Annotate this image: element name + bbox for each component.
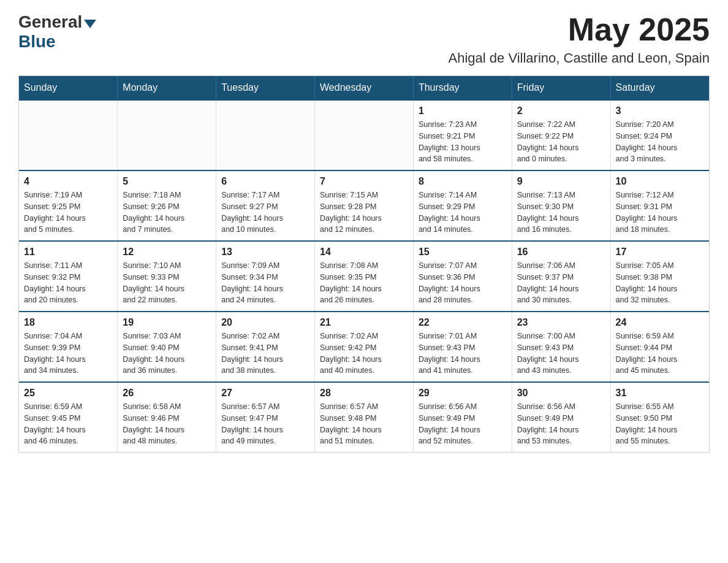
day-number: 13	[221, 247, 309, 258]
calendar-cell: 25Sunrise: 6:59 AM Sunset: 9:45 PM Dayli…	[19, 382, 118, 452]
day-number: 10	[616, 176, 704, 187]
calendar-cell: 15Sunrise: 7:07 AM Sunset: 9:36 PM Dayli…	[413, 241, 512, 312]
day-number: 14	[320, 247, 408, 258]
month-year-title: May 2025	[449, 12, 710, 47]
day-number: 9	[517, 176, 605, 187]
day-number: 17	[616, 247, 704, 258]
calendar-cell: 14Sunrise: 7:08 AM Sunset: 9:35 PM Dayli…	[315, 241, 414, 312]
calendar-cell: 30Sunrise: 6:56 AM Sunset: 9:49 PM Dayli…	[512, 382, 610, 452]
calendar-cell: 2Sunrise: 7:22 AM Sunset: 9:22 PM Daylig…	[512, 100, 610, 170]
calendar-cell: 4Sunrise: 7:19 AM Sunset: 9:25 PM Daylig…	[19, 170, 118, 241]
calendar-cell	[19, 100, 118, 170]
day-number: 15	[419, 247, 507, 258]
day-of-week-tuesday: Tuesday	[216, 76, 315, 100]
day-number: 5	[123, 176, 211, 187]
calendar-cell: 10Sunrise: 7:12 AM Sunset: 9:31 PM Dayli…	[610, 170, 709, 241]
day-info: Sunrise: 7:15 AM Sunset: 9:28 PM Dayligh…	[320, 190, 408, 236]
day-info: Sunrise: 6:59 AM Sunset: 9:44 PM Dayligh…	[616, 331, 704, 377]
day-number: 24	[616, 317, 704, 328]
calendar-cell: 6Sunrise: 7:17 AM Sunset: 9:27 PM Daylig…	[216, 170, 315, 241]
header: General Blue May 2025 Ahigal de Villarin…	[18, 12, 710, 66]
day-number: 1	[419, 105, 507, 117]
day-info: Sunrise: 7:10 AM Sunset: 9:33 PM Dayligh…	[123, 260, 211, 306]
day-number: 21	[320, 317, 408, 328]
calendar-cell: 5Sunrise: 7:18 AM Sunset: 9:26 PM Daylig…	[118, 170, 216, 241]
day-number: 28	[320, 388, 408, 399]
calendar-week-2: 4Sunrise: 7:19 AM Sunset: 9:25 PM Daylig…	[19, 170, 709, 241]
day-number: 19	[123, 317, 211, 328]
calendar: SundayMondayTuesdayWednesdayThursdayFrid…	[18, 75, 710, 453]
day-number: 3	[616, 105, 704, 117]
day-info: Sunrise: 7:23 AM Sunset: 9:21 PM Dayligh…	[419, 119, 507, 165]
calendar-cell: 11Sunrise: 7:11 AM Sunset: 9:32 PM Dayli…	[19, 241, 118, 312]
day-info: Sunrise: 7:17 AM Sunset: 9:27 PM Dayligh…	[221, 190, 309, 236]
day-info: Sunrise: 6:57 AM Sunset: 9:48 PM Dayligh…	[320, 401, 408, 447]
day-info: Sunrise: 7:05 AM Sunset: 9:38 PM Dayligh…	[616, 260, 704, 306]
calendar-week-1: 1Sunrise: 7:23 AM Sunset: 9:21 PM Daylig…	[19, 100, 709, 170]
calendar-cell: 7Sunrise: 7:15 AM Sunset: 9:28 PM Daylig…	[315, 170, 414, 241]
day-info: Sunrise: 7:06 AM Sunset: 9:37 PM Dayligh…	[517, 260, 605, 306]
day-info: Sunrise: 7:22 AM Sunset: 9:22 PM Dayligh…	[517, 119, 605, 165]
day-info: Sunrise: 7:14 AM Sunset: 9:29 PM Dayligh…	[419, 190, 507, 236]
day-info: Sunrise: 6:57 AM Sunset: 9:47 PM Dayligh…	[221, 401, 309, 447]
day-info: Sunrise: 6:59 AM Sunset: 9:45 PM Dayligh…	[24, 401, 112, 447]
day-info: Sunrise: 6:55 AM Sunset: 9:50 PM Dayligh…	[616, 401, 704, 447]
day-info: Sunrise: 7:09 AM Sunset: 9:34 PM Dayligh…	[221, 260, 309, 306]
day-number: 30	[517, 388, 605, 399]
calendar-cell: 16Sunrise: 7:06 AM Sunset: 9:37 PM Dayli…	[512, 241, 610, 312]
day-number: 7	[320, 176, 408, 187]
day-number: 2	[517, 105, 605, 117]
day-number: 29	[419, 388, 507, 399]
day-of-week-friday: Friday	[512, 76, 610, 100]
day-number: 11	[24, 247, 112, 258]
day-info: Sunrise: 7:12 AM Sunset: 9:31 PM Dayligh…	[616, 190, 704, 236]
day-info: Sunrise: 7:18 AM Sunset: 9:26 PM Dayligh…	[123, 190, 211, 236]
day-info: Sunrise: 6:56 AM Sunset: 9:49 PM Dayligh…	[517, 401, 605, 447]
calendar-cell: 29Sunrise: 6:56 AM Sunset: 9:49 PM Dayli…	[413, 382, 512, 452]
day-info: Sunrise: 7:04 AM Sunset: 9:39 PM Dayligh…	[24, 331, 112, 377]
day-info: Sunrise: 6:56 AM Sunset: 9:49 PM Dayligh…	[419, 401, 507, 447]
day-number: 16	[517, 247, 605, 258]
day-info: Sunrise: 7:20 AM Sunset: 9:24 PM Dayligh…	[616, 119, 704, 165]
calendar-week-5: 25Sunrise: 6:59 AM Sunset: 9:45 PM Dayli…	[19, 382, 709, 452]
calendar-cell: 12Sunrise: 7:10 AM Sunset: 9:33 PM Dayli…	[118, 241, 216, 312]
day-of-week-thursday: Thursday	[413, 76, 512, 100]
calendar-cell	[216, 100, 315, 170]
calendar-week-4: 18Sunrise: 7:04 AM Sunset: 9:39 PM Dayli…	[19, 312, 709, 382]
day-number: 6	[221, 176, 309, 187]
day-number: 27	[221, 388, 309, 399]
day-info: Sunrise: 6:58 AM Sunset: 9:46 PM Dayligh…	[123, 401, 211, 447]
title-section: May 2025 Ahigal de Villarino, Castille a…	[449, 12, 710, 66]
day-number: 25	[24, 388, 112, 399]
day-number: 31	[616, 388, 704, 399]
day-info: Sunrise: 7:00 AM Sunset: 9:43 PM Dayligh…	[517, 331, 605, 377]
day-info: Sunrise: 7:02 AM Sunset: 9:41 PM Dayligh…	[221, 331, 309, 377]
day-of-week-monday: Monday	[118, 76, 216, 100]
day-number: 23	[517, 317, 605, 328]
calendar-cell: 21Sunrise: 7:02 AM Sunset: 9:42 PM Dayli…	[315, 312, 414, 382]
calendar-cell: 1Sunrise: 7:23 AM Sunset: 9:21 PM Daylig…	[413, 100, 512, 170]
calendar-cell: 31Sunrise: 6:55 AM Sunset: 9:50 PM Dayli…	[610, 382, 709, 452]
calendar-cell: 13Sunrise: 7:09 AM Sunset: 9:34 PM Dayli…	[216, 241, 315, 312]
day-number: 12	[123, 247, 211, 258]
logo-arrow-icon	[84, 20, 96, 28]
calendar-cell: 28Sunrise: 6:57 AM Sunset: 9:48 PM Dayli…	[315, 382, 414, 452]
calendar-cell: 19Sunrise: 7:03 AM Sunset: 9:40 PM Dayli…	[118, 312, 216, 382]
calendar-cell: 9Sunrise: 7:13 AM Sunset: 9:30 PM Daylig…	[512, 170, 610, 241]
calendar-cell: 18Sunrise: 7:04 AM Sunset: 9:39 PM Dayli…	[19, 312, 118, 382]
day-info: Sunrise: 7:01 AM Sunset: 9:43 PM Dayligh…	[419, 331, 507, 377]
day-number: 4	[24, 176, 112, 187]
day-number: 18	[24, 317, 112, 328]
day-info: Sunrise: 7:11 AM Sunset: 9:32 PM Dayligh…	[24, 260, 112, 306]
day-number: 8	[419, 176, 507, 187]
day-info: Sunrise: 7:08 AM Sunset: 9:35 PM Dayligh…	[320, 260, 408, 306]
day-number: 22	[419, 317, 507, 328]
calendar-cell	[315, 100, 414, 170]
calendar-week-3: 11Sunrise: 7:11 AM Sunset: 9:32 PM Dayli…	[19, 241, 709, 312]
location-subtitle: Ahigal de Villarino, Castille and Leon, …	[449, 50, 710, 66]
calendar-cell: 3Sunrise: 7:20 AM Sunset: 9:24 PM Daylig…	[610, 100, 709, 170]
day-info: Sunrise: 7:07 AM Sunset: 9:36 PM Dayligh…	[419, 260, 507, 306]
day-info: Sunrise: 7:02 AM Sunset: 9:42 PM Dayligh…	[320, 331, 408, 377]
logo-general-text: General	[18, 12, 82, 32]
logo-blue-text: Blue	[18, 32, 56, 52]
